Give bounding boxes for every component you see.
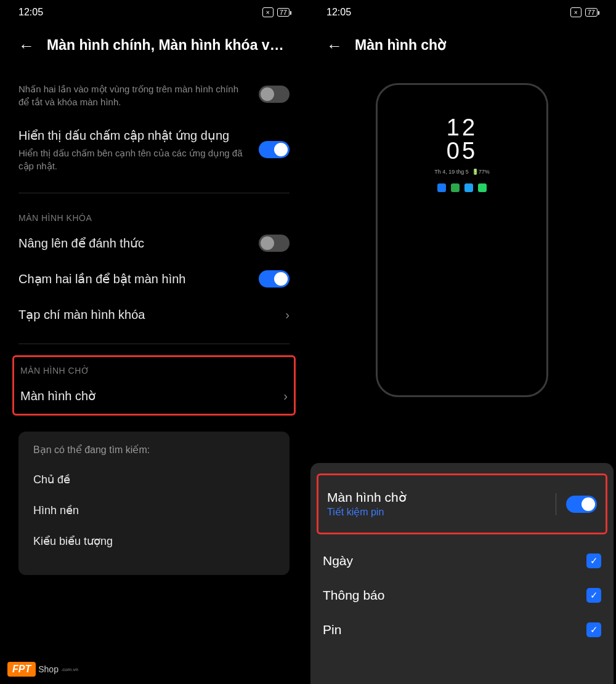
app-icon bbox=[451, 183, 460, 192]
section-lock-screen: MÀN HÌNH KHÓA bbox=[18, 204, 290, 225]
raise-to-wake-row[interactable]: Nâng lên để đánh thức bbox=[18, 225, 290, 261]
divider bbox=[18, 193, 290, 193]
twitter-icon bbox=[464, 183, 473, 192]
header: ← Màn hình chính, Màn hình khóa và Mà… bbox=[0, 25, 308, 71]
highlight-aod-toggle: Màn hình chờ Tiết kiệm pin bbox=[317, 473, 607, 534]
watermark: FPT Shop .com.vn bbox=[7, 662, 78, 677]
setting-title: Nâng lên để đánh thức bbox=[18, 235, 144, 252]
toggle-on[interactable] bbox=[259, 141, 290, 158]
suggestion-theme[interactable]: Chủ đề bbox=[33, 464, 275, 495]
facebook-icon bbox=[437, 183, 446, 192]
aod-enable-title: Màn hình chờ bbox=[327, 490, 407, 505]
close-icon: × bbox=[570, 7, 582, 17]
chevron-right-icon: › bbox=[283, 389, 288, 403]
settings-screen-left: 12:05 × 77 ← Màn hình chính, Màn hình kh… bbox=[0, 0, 308, 684]
highlight-aod-section: MÀN HÌNH CHỜ Màn hình chờ › bbox=[12, 355, 296, 416]
status-indicators: × 77 bbox=[570, 7, 598, 17]
option-label: Ngày bbox=[323, 553, 353, 568]
divider bbox=[556, 493, 556, 515]
status-time: 12:05 bbox=[326, 7, 351, 18]
aod-clock: 12 05 Th 4, 19 thg 5 🔋77% bbox=[378, 116, 546, 192]
update-dot-row[interactable]: Hiển thị dấu chấm cập nhật ứng dụng Hiển… bbox=[18, 118, 290, 182]
aod-battery-row[interactable]: Pin ✓ bbox=[323, 613, 601, 647]
clock-minute: 05 bbox=[378, 139, 546, 163]
option-label: Pin bbox=[323, 622, 341, 637]
aod-notification-row[interactable]: Thông báo ✓ bbox=[323, 578, 601, 613]
setting-title: Chạm hai lần để bật màn hình bbox=[18, 270, 185, 288]
status-time: 12:05 bbox=[18, 7, 43, 18]
checkbox-checked[interactable]: ✓ bbox=[586, 588, 601, 603]
setting-title: Hiển thị dấu chấm cập nhật ứng dụng bbox=[18, 127, 246, 144]
suggestion-wallpaper[interactable]: Hình nền bbox=[33, 495, 275, 526]
aod-screen-right: 12:05 × 77 ← Màn hình chờ 12 05 Th 4, 19… bbox=[308, 0, 616, 684]
page-title: Màn hình chờ bbox=[355, 37, 598, 54]
status-bar: 12:05 × 77 bbox=[308, 0, 616, 25]
suggestions-title: Bạn có thể đang tìm kiếm: bbox=[33, 444, 275, 456]
toggle-off[interactable] bbox=[259, 235, 290, 252]
aod-preview-phone: 12 05 Th 4, 19 thg 5 🔋77% bbox=[376, 83, 548, 397]
toggle-off[interactable] bbox=[259, 86, 290, 103]
aod-date: Th 4, 19 thg 5 🔋77% bbox=[378, 169, 546, 175]
chevron-right-icon: › bbox=[285, 308, 290, 322]
setting-title: Màn hình chờ bbox=[20, 387, 95, 404]
checkbox-checked[interactable]: ✓ bbox=[586, 553, 601, 568]
suggestion-icon-style[interactable]: Kiểu biểu tượng bbox=[33, 526, 275, 557]
back-icon[interactable]: ← bbox=[18, 38, 34, 54]
header: ← Màn hình chờ bbox=[308, 25, 616, 71]
option-label: Thông báo bbox=[323, 588, 384, 603]
checkbox-checked[interactable]: ✓ bbox=[586, 622, 601, 637]
status-bar: 12:05 × 77 bbox=[0, 0, 308, 25]
battery-icon: 77 bbox=[277, 8, 290, 17]
divider bbox=[18, 344, 290, 344]
suggestions-card: Bạn có thể đang tìm kiếm: Chủ đề Hình nề… bbox=[18, 432, 290, 575]
watermark-sub: .com.vn bbox=[61, 667, 78, 672]
aod-settings-panel: Màn hình chờ Tiết kiệm pin Ngày ✓ Thông … bbox=[310, 463, 614, 684]
toggle-on[interactable] bbox=[259, 270, 290, 288]
double-tap-lock-row[interactable]: Nhấn hai lần vào một vùng trống trên màn… bbox=[18, 71, 290, 118]
watermark-text: Shop bbox=[38, 664, 59, 674]
whatsapp-icon bbox=[478, 183, 487, 192]
aod-enable-sub: Tiết kiệm pin bbox=[327, 506, 407, 518]
aod-date-row[interactable]: Ngày ✓ bbox=[323, 544, 601, 578]
status-indicators: × 77 bbox=[262, 7, 290, 17]
battery-icon: 77 bbox=[585, 8, 598, 17]
aod-toggle[interactable] bbox=[566, 496, 597, 513]
lock-magazine-row[interactable]: Tạp chí màn hình khóa › bbox=[18, 297, 290, 332]
aod-row[interactable]: Màn hình chờ › bbox=[20, 378, 288, 414]
double-tap-wake-row[interactable]: Chạm hai lần để bật màn hình bbox=[18, 261, 290, 297]
clock-hour: 12 bbox=[378, 116, 546, 139]
watermark-badge: FPT bbox=[7, 662, 36, 677]
back-icon[interactable]: ← bbox=[326, 38, 342, 54]
section-aod: MÀN HÌNH CHỜ bbox=[20, 357, 288, 378]
close-icon: × bbox=[262, 7, 274, 17]
setting-desc: Nhấn hai lần vào một vùng trống trên màn… bbox=[18, 82, 246, 108]
page-title: Màn hình chính, Màn hình khóa và Mà… bbox=[47, 37, 290, 54]
setting-desc: Hiển thị dấu chấm bên cạnh tên của các ứ… bbox=[18, 147, 246, 172]
setting-title: Tạp chí màn hình khóa bbox=[18, 306, 145, 323]
aod-notification-icons bbox=[378, 183, 546, 192]
aod-enable-row[interactable]: Màn hình chờ Tiết kiệm pin bbox=[327, 480, 597, 528]
